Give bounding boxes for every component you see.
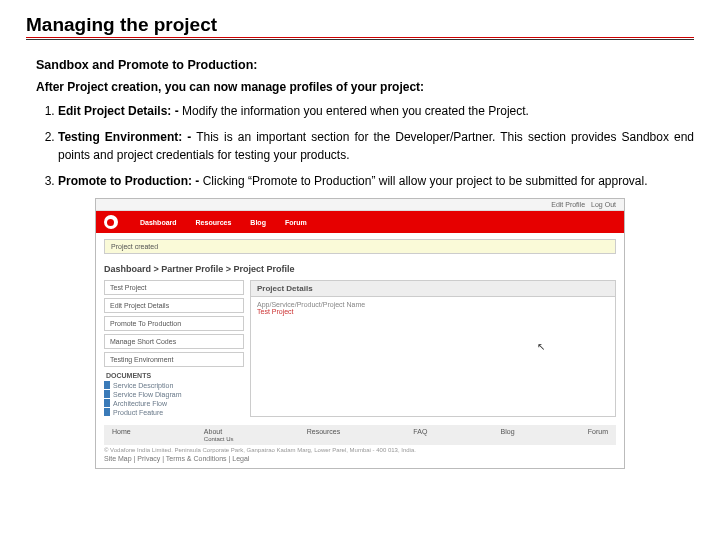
- footer-resources[interactable]: Resources: [307, 428, 340, 442]
- logout-link[interactable]: Log Out: [591, 201, 616, 208]
- footer-about[interactable]: About Contact Us: [204, 428, 234, 442]
- footer-forum[interactable]: Forum: [588, 428, 608, 442]
- list-item: Edit Project Details: - Modify the infor…: [58, 102, 694, 120]
- doc-item[interactable]: Product Feature: [104, 408, 244, 416]
- numbered-list: Edit Project Details: - Modify the infor…: [36, 102, 694, 190]
- page-title: Managing the project: [26, 14, 694, 40]
- doc-item[interactable]: Service Description: [104, 381, 244, 389]
- documents-heading: DOCUMENTS: [106, 372, 244, 379]
- vodafone-logo-icon: [104, 215, 118, 229]
- file-icon: [104, 399, 110, 407]
- doc-item[interactable]: Service Flow Diagram: [104, 390, 244, 398]
- footer-faq[interactable]: FAQ: [413, 428, 427, 442]
- nav-dashboard[interactable]: Dashboard: [140, 219, 177, 226]
- file-icon: [104, 381, 110, 389]
- panel-heading: Project Details: [251, 281, 615, 297]
- footer-links: Site Map | Privacy | Terms & Conditions …: [104, 455, 616, 462]
- project-details-panel: Project Details App/Service/Product/Proj…: [250, 280, 616, 417]
- nav-blog[interactable]: Blog: [250, 219, 266, 226]
- item-text: Modify the information you entered when …: [182, 104, 529, 118]
- item-text: Clicking “Promote to Production” will al…: [203, 174, 648, 188]
- nav-resources[interactable]: Resources: [196, 219, 232, 226]
- sidebar-item-promote[interactable]: Promote To Production: [104, 316, 244, 331]
- item-label: Testing Environment: -: [58, 130, 191, 144]
- sidebar: Test Project Edit Project Details Promot…: [104, 280, 244, 417]
- top-utility-bar: Edit Profile Log Out: [96, 199, 624, 211]
- footer-home[interactable]: Home: [112, 428, 131, 442]
- footer-nav: Home About Contact Us Resources FAQ Blog…: [104, 425, 616, 445]
- embedded-screenshot: Edit Profile Log Out Dashboard Resources…: [95, 198, 625, 469]
- file-icon: [104, 408, 110, 416]
- file-icon: [104, 390, 110, 398]
- breadcrumb: Dashboard > Partner Profile > Project Pr…: [104, 264, 616, 274]
- nav-bar: Dashboard Resources Blog Forum: [96, 211, 624, 233]
- cursor-icon: ↖: [537, 341, 545, 352]
- field-label: App/Service/Product/Project Name: [257, 301, 609, 308]
- sidebar-item-testing-env[interactable]: Testing Environment: [104, 352, 244, 367]
- sidebar-item-edit-details[interactable]: Edit Project Details: [104, 298, 244, 313]
- sidebar-item-short-codes[interactable]: Manage Short Codes: [104, 334, 244, 349]
- edit-profile-link[interactable]: Edit Profile: [551, 201, 585, 208]
- list-item: Promote to Production: - Clicking “Promo…: [58, 172, 694, 190]
- doc-item[interactable]: Architecture Flow: [104, 399, 244, 407]
- alert-banner: Project created: [104, 239, 616, 254]
- documents-list: Service Description Service Flow Diagram…: [104, 381, 244, 416]
- item-label: Promote to Production: -: [58, 174, 199, 188]
- nav-forum[interactable]: Forum: [285, 219, 307, 226]
- intro-text: After Project creation, you can now mana…: [36, 80, 694, 94]
- list-item: Testing Environment: - This is an import…: [58, 128, 694, 164]
- sidebar-item-test-project[interactable]: Test Project: [104, 280, 244, 295]
- field-value: Test Project: [257, 308, 609, 315]
- section-subtitle: Sandbox and Promote to Production:: [36, 58, 694, 72]
- footer-blog[interactable]: Blog: [501, 428, 515, 442]
- copyright-text: © Vodafone India Limited. Peninsula Corp…: [104, 447, 616, 453]
- item-label: Edit Project Details: -: [58, 104, 179, 118]
